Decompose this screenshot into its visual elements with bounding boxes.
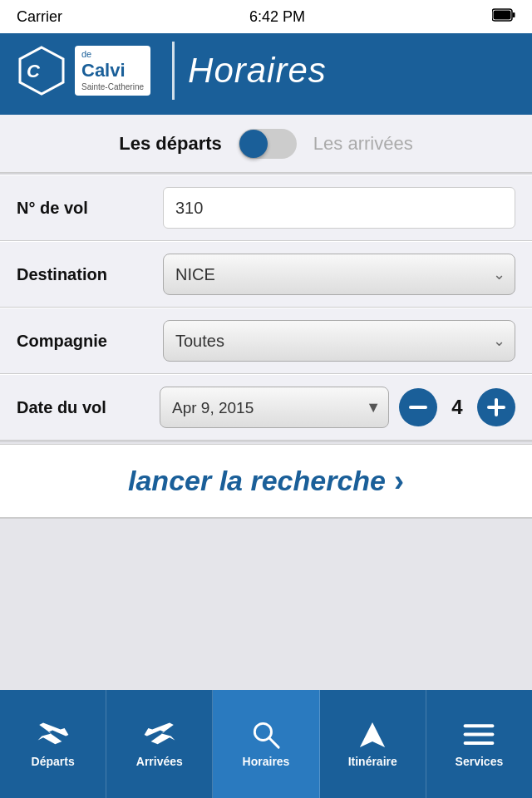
header-title: Horaires <box>188 51 327 91</box>
nav-label-horaires: Horaires <box>243 755 290 768</box>
date-label: Date du vol <box>17 398 150 417</box>
compagnie-select-wrapper: Toutes Air France Corsair ⌄ <box>163 320 515 362</box>
hex-logo-icon: C <box>17 46 66 96</box>
vol-input[interactable] <box>163 187 515 229</box>
navigate-icon <box>356 720 389 750</box>
search-arrow-icon: › <box>394 464 404 499</box>
plane-depart-icon <box>37 720 70 750</box>
svg-rect-5 <box>409 406 427 409</box>
nav-label-services: Services <box>456 755 504 768</box>
date-select-wrapper: Apr 9, 2015 Apr 10, 2015 Apr 11, 2015 ▼ <box>160 387 389 428</box>
compagnie-row: Compagnie Toutes Air France Corsair ⌄ <box>0 308 532 374</box>
destination-label: Destination <box>17 265 150 284</box>
logo-area: C de Calvi Sainte-Catherine <box>17 46 150 96</box>
svg-rect-7 <box>495 398 498 416</box>
svg-line-9 <box>269 738 279 748</box>
svg-rect-11 <box>464 724 495 727</box>
svg-rect-12 <box>464 733 495 736</box>
counter-decrement-button[interactable] <box>399 388 437 426</box>
date-select[interactable]: Apr 9, 2015 Apr 10, 2015 Apr 11, 2015 <box>160 387 389 428</box>
accent-bar <box>0 108 532 115</box>
compagnie-label: Compagnie <box>17 332 150 351</box>
destination-select-wrapper: NICE PARIS LYON MARSEILLE ⌄ <box>163 254 515 295</box>
bottom-nav: Départs Arrivées Horaires Itinéraire Ser… <box>0 690 532 798</box>
nav-label-departs: Départs <box>32 755 75 768</box>
logo-brand: Calvi <box>81 60 144 81</box>
nav-item-itineraire[interactable]: Itinéraire <box>320 690 426 798</box>
destination-select[interactable]: NICE PARIS LYON MARSEILLE <box>163 254 515 295</box>
vol-label: N° de vol <box>17 199 150 218</box>
toggle-label-departures: Les départs <box>119 133 222 155</box>
svg-rect-2 <box>494 10 511 19</box>
depart-arrive-toggle[interactable] <box>239 129 297 159</box>
battery-icon <box>492 8 515 26</box>
logo-de: de <box>81 49 144 60</box>
destination-row: Destination NICE PARIS LYON MARSEILLE ⌄ <box>0 241 532 308</box>
search-icon <box>249 720 283 750</box>
svg-marker-10 <box>360 722 385 747</box>
time-label: 6:42 PM <box>249 8 305 26</box>
toggle-area: Les départs Les arrivées <box>0 115 532 173</box>
counter-increment-button[interactable] <box>477 388 515 426</box>
carrier-label: Carrier <box>17 8 62 26</box>
logo-text: de Calvi Sainte-Catherine <box>75 46 150 96</box>
nav-item-departs[interactable]: Départs <box>0 690 106 798</box>
header-divider <box>172 42 175 100</box>
nav-item-horaires[interactable]: Horaires <box>213 690 319 798</box>
nav-label-itineraire: Itinéraire <box>348 755 397 768</box>
counter-value: 4 <box>447 396 467 419</box>
toggle-knob <box>239 130 268 158</box>
search-form: N° de vol Destination NICE PARIS LYON MA… <box>0 173 532 442</box>
logo-sainte: Sainte-Catherine <box>81 82 144 92</box>
search-button[interactable]: lancer la recherche › <box>0 444 532 519</box>
search-button-label: lancer la recherche <box>128 465 386 497</box>
compagnie-select[interactable]: Toutes Air France Corsair <box>163 320 515 362</box>
menu-icon <box>462 720 495 750</box>
vol-row: N° de vol <box>0 175 532 241</box>
nav-item-arrivees[interactable]: Arrivées <box>106 690 213 798</box>
plane-arrive-icon <box>143 720 176 750</box>
app-header: C de Calvi Sainte-Catherine Horaires <box>0 33 532 108</box>
date-row: Date du vol Apr 9, 2015 Apr 10, 2015 Apr… <box>0 374 532 441</box>
svg-text:C: C <box>27 61 41 81</box>
toggle-label-arrivals: Les arrivées <box>313 133 413 155</box>
nav-label-arrivees: Arrivées <box>136 755 183 768</box>
nav-item-services[interactable]: Services <box>426 690 532 798</box>
status-bar: Carrier 6:42 PM <box>0 0 532 33</box>
svg-rect-13 <box>464 741 495 745</box>
svg-rect-1 <box>513 12 515 17</box>
